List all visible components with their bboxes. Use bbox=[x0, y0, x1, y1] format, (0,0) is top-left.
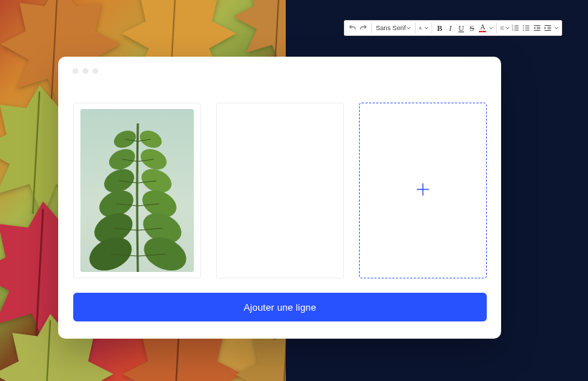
text-color-label: A bbox=[480, 24, 485, 31]
font-size-dropdown[interactable]: T bbox=[419, 22, 429, 34]
window-controls bbox=[73, 68, 98, 74]
caret-down-icon bbox=[505, 26, 510, 30]
caret-down-icon bbox=[554, 26, 559, 30]
content-card-empty[interactable] bbox=[216, 103, 344, 278]
content-card-add[interactable] bbox=[359, 103, 487, 278]
editor-window: Ajouter une ligne bbox=[58, 57, 501, 339]
svg-point-14 bbox=[523, 27, 524, 29]
window-dot bbox=[83, 68, 88, 74]
underline-button[interactable]: U bbox=[456, 22, 466, 34]
indent-increase-button[interactable] bbox=[543, 22, 553, 34]
svg-text:T: T bbox=[421, 28, 423, 29]
font-family-label: Sans Serif bbox=[376, 24, 406, 32]
svg-text:3: 3 bbox=[512, 29, 513, 32]
add-line-label: Ajouter une ligne bbox=[244, 302, 317, 313]
svg-point-15 bbox=[523, 29, 524, 31]
toolbar-separator bbox=[415, 23, 416, 33]
bold-button[interactable]: B bbox=[434, 22, 444, 34]
toolbar-separator bbox=[496, 23, 497, 33]
plus-icon bbox=[414, 181, 431, 201]
unordered-list-button[interactable] bbox=[521, 22, 531, 34]
redo-button[interactable] bbox=[358, 22, 368, 34]
caret-down-icon bbox=[406, 26, 411, 30]
strikethrough-button[interactable]: S bbox=[467, 22, 477, 34]
italic-button[interactable]: I bbox=[445, 22, 455, 34]
add-line-button[interactable]: Ajouter une ligne bbox=[73, 293, 487, 321]
cards-row bbox=[73, 103, 487, 278]
align-dropdown[interactable] bbox=[500, 22, 510, 34]
svg-point-13 bbox=[523, 25, 524, 27]
window-dot bbox=[73, 68, 78, 74]
font-family-dropdown[interactable]: Sans Serif bbox=[375, 22, 413, 34]
leaf-photo bbox=[80, 109, 194, 272]
toolbar-separator bbox=[431, 23, 432, 33]
toolbar-separator bbox=[371, 23, 372, 33]
rich-text-toolbar: Sans Serif T B I U S A 123 bbox=[344, 20, 562, 36]
caret-down-icon bbox=[489, 26, 493, 30]
indent-decrease-button[interactable] bbox=[532, 22, 542, 34]
ordered-list-button[interactable]: 123 bbox=[510, 22, 521, 34]
undo-button[interactable] bbox=[347, 22, 358, 34]
window-dot bbox=[93, 68, 98, 74]
text-color-dropdown[interactable]: A bbox=[477, 22, 487, 34]
content-card-image[interactable] bbox=[73, 103, 201, 278]
caret-down-icon bbox=[424, 26, 429, 30]
